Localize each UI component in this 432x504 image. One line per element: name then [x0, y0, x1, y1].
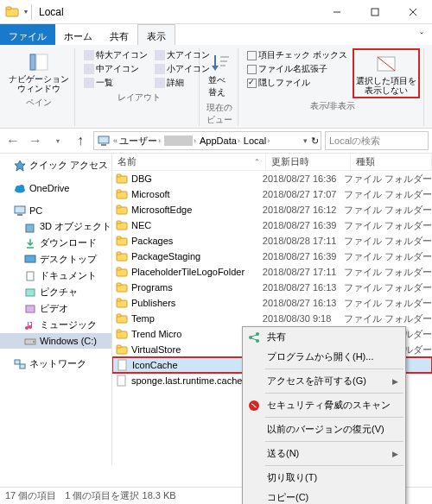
table-row[interactable]: MicrosoftEdge2018/08/27 16:12ファイル フォルダー — [112, 202, 432, 217]
table-row[interactable]: DBG2018/08/27 16:36ファイル フォルダー — [112, 171, 432, 186]
nav-desktop[interactable]: デスクトップ — [0, 251, 111, 268]
window-title: Local — [39, 6, 318, 18]
svg-rect-12 — [155, 64, 165, 74]
tab-share[interactable]: 共有 — [101, 24, 137, 45]
network-icon — [14, 358, 26, 370]
maximize-button[interactable] — [356, 0, 394, 24]
column-date[interactable]: 更新日時 — [266, 154, 351, 170]
svg-marker-15 — [212, 66, 219, 71]
address-dropdown[interactable]: ▾ — [302, 136, 309, 145]
column-type[interactable]: 種類 — [351, 154, 432, 170]
ctx-scan-threats[interactable]: セキュリティ脅威のスキャン — [243, 395, 405, 415]
table-row[interactable]: Packages2018/08/28 17:11ファイル フォルダー — [112, 233, 432, 249]
close-button[interactable] — [394, 0, 432, 24]
star-icon — [14, 160, 26, 172]
nav-windows-c[interactable]: Windows (C:) — [0, 333, 111, 349]
minimize-button[interactable] — [318, 0, 356, 24]
share-icon — [247, 331, 261, 344]
ctx-open-with[interactable]: プログラムから開く(H)... — [243, 347, 405, 367]
nav-network[interactable]: ネットワーク — [0, 356, 111, 372]
down-arrow-icon[interactable]: ▾ — [24, 8, 28, 16]
tab-file[interactable]: ファイル — [0, 24, 55, 45]
svg-rect-47 — [117, 205, 121, 208]
ctx-cut[interactable]: 切り取り(T) — [243, 468, 405, 488]
table-row[interactable]: Temp2018/08/30 9:18ファイル フォルダー — [112, 311, 432, 326]
svg-rect-13 — [155, 78, 165, 88]
checkbox-hidden-files[interactable]: 隠しファイル — [245, 76, 349, 90]
svg-rect-51 — [117, 236, 121, 239]
nav-downloads[interactable]: ダウンロード — [0, 235, 111, 251]
table-row[interactable]: Microsoft2018/08/27 17:07ファイル フォルダー — [112, 186, 432, 202]
nav-pane-button[interactable]: ナビゲーション ウィンドウ — [7, 48, 71, 95]
pc-icon — [98, 135, 110, 147]
ctx-copy[interactable]: コピー(C) — [243, 488, 405, 504]
nav-pc[interactable]: PC — [0, 203, 111, 218]
back-button[interactable]: ← — [3, 131, 22, 150]
search-input[interactable]: Localの検索 — [325, 131, 429, 150]
forward-button[interactable]: → — [26, 131, 45, 150]
checkbox-item-checkboxes[interactable]: 項目チェック ボックス — [245, 48, 349, 62]
recent-button[interactable]: ▾ — [48, 131, 67, 150]
layout-list[interactable]: 一覧 — [82, 76, 149, 90]
svg-rect-25 — [101, 144, 106, 146]
nav-videos[interactable]: ビデオ — [0, 300, 111, 317]
svg-rect-1 — [6, 7, 11, 9]
table-row[interactable]: NEC2018/08/27 16:39ファイル フォルダー — [112, 217, 432, 233]
svg-rect-55 — [117, 268, 121, 270]
svg-marker-26 — [15, 161, 25, 171]
svg-rect-67 — [118, 375, 125, 386]
table-row[interactable]: Publishers2018/08/27 16:13ファイル フォルダー — [112, 295, 432, 311]
ribbon-collapse-button[interactable]: ˇ — [411, 24, 432, 45]
navigation-pane: クイック アクセス OneDrive PC 3D オブジェクト ダウンロード デ… — [0, 154, 112, 465]
svg-rect-65 — [117, 345, 121, 348]
status-selection: 1 個の項目を選択 18.3 KB — [65, 489, 175, 502]
ctx-send-to[interactable]: 送る(N)▶ — [243, 444, 405, 463]
ribbon-group-showhide: 項目チェック ボックス ファイル名拡張子 隠しファイル 選択した項目を 表示しな… — [242, 48, 424, 126]
tab-view[interactable]: 表示 — [137, 24, 175, 45]
ribbon: ナビゲーション ウィンドウ ペイン 特大アイコン 中アイコン 一覧 大アイコン … — [0, 45, 432, 129]
nav-pictures[interactable]: ピクチャ — [0, 284, 111, 300]
svg-rect-45 — [117, 190, 121, 192]
layout-m-icons[interactable]: 中アイコン — [82, 62, 149, 76]
svg-rect-31 — [17, 214, 22, 216]
table-row[interactable]: PackageStaging2018/08/27 16:39ファイル フォルダー — [112, 249, 432, 264]
svg-rect-6 — [30, 54, 35, 70]
ctx-grant-access[interactable]: アクセスを許可する(G)▶ — [243, 371, 405, 391]
nav-onedrive[interactable]: OneDrive — [0, 180, 111, 196]
sort-button[interactable]: 並べ替え — [206, 48, 234, 100]
ribbon-group-currentview: 並べ替え 現在のビュー — [203, 48, 238, 126]
up-button[interactable]: ↑ — [71, 131, 90, 150]
nav-music[interactable]: ミュージック — [0, 317, 111, 333]
video-icon — [24, 303, 36, 315]
column-name[interactable]: 名前⌃ — [112, 154, 266, 170]
table-row[interactable]: PlaceholderTileLogoFolder2018/08/27 17:1… — [112, 264, 432, 280]
nav-3d-objects[interactable]: 3D オブジェクト — [0, 218, 111, 235]
cloud-icon — [14, 182, 26, 194]
svg-rect-66 — [118, 360, 126, 370]
checkbox-file-ext[interactable]: ファイル名拡張子 — [245, 62, 349, 76]
trend-icon — [247, 399, 261, 413]
title-bar: ▾ Local — [0, 0, 432, 24]
svg-rect-63 — [117, 330, 121, 332]
table-row[interactable]: Programs2018/08/27 16:13ファイル フォルダー — [112, 280, 432, 295]
svg-rect-24 — [98, 136, 109, 143]
svg-point-39 — [33, 341, 35, 343]
ctx-restore-versions[interactable]: 以前のバージョンの復元(V) — [243, 419, 405, 439]
breadcrumb[interactable]: « ユーザー› ▬▬▬› AppData› Local› ▾ ↻ — [93, 131, 321, 150]
nav-documents[interactable]: ドキュメント — [0, 268, 111, 284]
layout-xl-icons[interactable]: 特大アイコン — [82, 48, 149, 62]
context-menu: 共有 プログラムから開く(H)... アクセスを許可する(G)▶ セキュリティ脅… — [242, 326, 406, 504]
ctx-share[interactable]: 共有 — [243, 327, 405, 347]
svg-rect-49 — [117, 221, 121, 224]
svg-line-71 — [251, 335, 257, 337]
svg-line-72 — [251, 338, 257, 340]
tab-home[interactable]: ホーム — [55, 24, 101, 45]
address-row: ← → ▾ ↑ « ユーザー› ▬▬▬› AppData› Local› ▾ ↻… — [0, 129, 432, 153]
refresh-button[interactable]: ↻ — [309, 135, 321, 147]
document-icon — [24, 270, 36, 282]
svg-rect-36 — [26, 289, 35, 296]
svg-rect-57 — [117, 283, 121, 286]
nav-quick-access[interactable]: クイック アクセス — [0, 157, 111, 173]
group-label-currentview: 現在のビュー — [206, 102, 234, 126]
hide-selected-button[interactable]: 選択した項目を 表示しない — [353, 48, 420, 98]
